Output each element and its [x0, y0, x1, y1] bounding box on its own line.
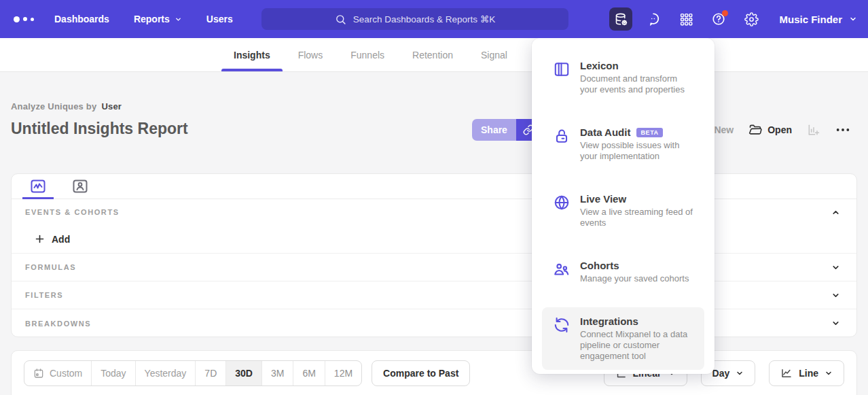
beta-badge: BETA — [636, 128, 662, 137]
integrations-sync-icon — [553, 315, 571, 362]
section-label: BREAKDOWNS — [25, 320, 91, 328]
tab-funnels[interactable]: Funnels — [350, 38, 384, 71]
range-7d[interactable]: 7D — [196, 361, 226, 385]
top-navigation-bar: Dashboards Reports Users Search Dashboar… — [0, 0, 868, 38]
open-label: Open — [767, 124, 792, 135]
compare-to-past-button[interactable]: Compare to Past — [372, 360, 470, 386]
range-yesterday[interactable]: Yesterday — [136, 361, 196, 385]
data-management-button[interactable] — [609, 7, 632, 31]
menu-item-description: View a live streaming feed of events — [580, 207, 693, 228]
plus-icon — [35, 234, 45, 244]
query-builder-panel: EVENTS & COHORTS Add FORMULAS FILTERS BR… — [11, 173, 857, 337]
range-label: Custom — [50, 368, 82, 379]
add-event-button[interactable]: Add — [12, 225, 856, 254]
new-report-button[interactable]: New — [714, 124, 734, 135]
range-6m[interactable]: 6M — [293, 361, 325, 385]
subtitle-prefix: Analyze Uniques by — [11, 101, 96, 111]
events-view-tab[interactable] — [22, 174, 54, 199]
search-icon — [335, 14, 346, 25]
menu-item-integrations[interactable]: Integrations Connect Mixpanel to a data … — [542, 307, 704, 370]
share-button[interactable]: Share — [472, 119, 516, 141]
section-filters[interactable]: FILTERS — [12, 281, 856, 309]
section-events-cohorts[interactable]: EVENTS & COHORTS — [12, 199, 856, 225]
nav-label: Reports — [134, 14, 170, 24]
menu-item-title: Live View — [580, 193, 626, 205]
feedback-button[interactable] — [642, 7, 665, 31]
project-selector[interactable]: Music Finder — [779, 14, 857, 25]
person-icon — [72, 178, 88, 194]
menu-item-title: Integrations — [580, 315, 638, 327]
builder-view-tabs — [12, 174, 856, 199]
help-button[interactable] — [707, 7, 730, 31]
section-breakdowns[interactable]: BREAKDOWNS — [12, 309, 856, 337]
tab-flows[interactable]: Flows — [298, 38, 323, 71]
chevron-down-icon — [175, 16, 182, 23]
range-today[interactable]: Today — [92, 361, 135, 385]
date-range-control: Custom Today Yesterday 7D 30D 3M 6M 12M — [24, 360, 362, 386]
database-gear-icon — [614, 12, 628, 27]
section-label: FORMULAS — [25, 263, 76, 271]
topnav-right-controls: Music Finder — [609, 0, 857, 38]
range-custom[interactable]: Custom — [24, 361, 92, 385]
range-12m[interactable]: 12M — [325, 361, 361, 385]
tab-signal[interactable]: Signal — [481, 38, 507, 71]
menu-item-title: Data Audit — [580, 126, 630, 138]
primary-nav: Dashboards Reports Users — [54, 14, 233, 24]
cohorts-people-icon — [553, 260, 571, 284]
subtitle-entity[interactable]: User — [101, 101, 122, 111]
more-horizontal-icon — [835, 127, 850, 133]
more-options-button[interactable] — [835, 127, 850, 133]
grid-icon — [679, 12, 693, 27]
menu-item-title: Cohorts — [580, 260, 619, 271]
tab-insights[interactable]: Insights — [234, 38, 270, 71]
chevron-down-icon — [736, 369, 744, 377]
range-30d[interactable]: 30D — [226, 361, 262, 385]
report-tabbar: Insights Flows Funnels Retention Signal … — [0, 38, 868, 72]
open-report-button[interactable]: Open — [748, 123, 792, 137]
nav-label: Users — [206, 14, 233, 24]
settings-button[interactable] — [740, 7, 763, 31]
apps-grid-button[interactable] — [674, 7, 698, 31]
lexicon-book-icon — [553, 60, 571, 95]
chart-type-select[interactable]: Line — [769, 360, 844, 386]
menu-item-description: Connect Mixpanel to a data pipeline or c… — [580, 329, 693, 362]
data-audit-lock-icon — [553, 126, 571, 162]
chat-bubble-icon — [646, 12, 661, 27]
page-title[interactable]: Untitled Insights Report — [11, 120, 188, 138]
mixpanel-logo[interactable] — [14, 16, 38, 22]
gear-icon — [744, 12, 759, 27]
report-actions: New Open — [714, 120, 850, 139]
section-formulas[interactable]: FORMULAS — [12, 254, 856, 281]
menu-item-description: Manage your saved cohorts — [580, 273, 689, 284]
chart-type-label: Line — [799, 368, 818, 379]
save-as-template-button[interactable] — [807, 123, 820, 137]
nav-label: Dashboards — [54, 14, 109, 24]
data-management-menu: Lexicon Document and transform your even… — [532, 38, 715, 374]
activity-chart-icon — [30, 178, 46, 194]
chart-add-icon — [807, 123, 820, 137]
chevron-down-icon — [831, 319, 840, 328]
menu-item-data-audit[interactable]: Data Audit BETA View possible issues wit… — [542, 118, 704, 170]
chevron-down-icon — [825, 369, 833, 377]
project-name: Music Finder — [779, 14, 842, 25]
nav-item-reports[interactable]: Reports — [134, 14, 182, 24]
range-3m[interactable]: 3M — [262, 361, 293, 385]
tab-retention[interactable]: Retention — [412, 38, 453, 71]
add-label: Add — [52, 234, 70, 245]
menu-item-live-view[interactable]: Live View View a live streaming feed of … — [542, 185, 704, 237]
chevron-down-icon — [831, 291, 840, 300]
search-input[interactable]: Search Dashboards & Reports ⌘K — [261, 8, 568, 30]
interval-label: Day — [712, 368, 730, 379]
menu-item-cohorts[interactable]: Cohorts Manage your saved cohorts — [542, 252, 704, 292]
calendar-icon — [33, 368, 44, 379]
users-view-tab[interactable] — [65, 174, 96, 199]
report-subtitle: Analyze Uniques byUser — [11, 101, 122, 111]
nav-item-dashboards[interactable]: Dashboards — [54, 14, 109, 24]
share-button-group: Share — [472, 119, 541, 141]
menu-item-description: View possible issues with your implement… — [580, 140, 693, 162]
nav-item-users[interactable]: Users — [206, 14, 233, 24]
chevron-down-icon — [849, 15, 857, 23]
menu-item-lexicon[interactable]: Lexicon Document and transform your even… — [542, 52, 704, 103]
live-view-globe-icon — [553, 193, 571, 228]
section-label: EVENTS & COHORTS — [25, 208, 120, 216]
